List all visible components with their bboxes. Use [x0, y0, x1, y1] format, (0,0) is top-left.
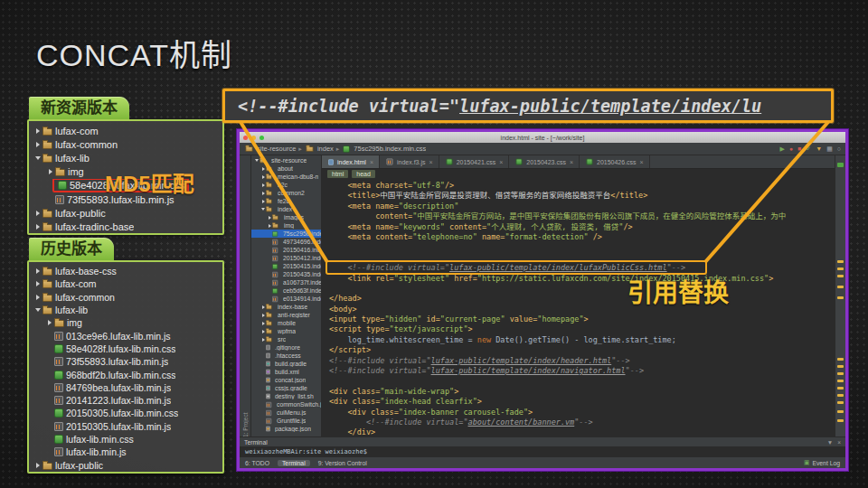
code-line[interactable]: <body> — [329, 305, 835, 314]
tree-item[interactable]: ceb5d63f.index.min.css — [251, 286, 321, 295]
tree-item[interactable]: 968bdf2b.lufax-lib.min.css — [29, 368, 222, 380]
tree-item[interactable]: fe2c — [251, 197, 321, 205]
chevron-down-icon[interactable] — [33, 156, 42, 160]
code-editor[interactable]: index.html×index.f3.js×20150421.css×2015… — [322, 155, 835, 437]
tree-item[interactable]: 75sc295b.index.min.css — [251, 230, 321, 238]
tree-item[interactable]: lufax-lib.min.js — [29, 446, 222, 458]
tree-item[interactable]: build.gradle — [251, 360, 321, 368]
tree-item[interactable]: 20150415.index.min.css — [251, 262, 321, 270]
statusbar-item[interactable]: Terminal — [278, 460, 310, 466]
tree-item[interactable]: anti-register — [251, 311, 321, 319]
editor-tab[interactable]: 20150421.css× — [439, 155, 510, 168]
tree-item[interactable]: images — [251, 213, 321, 221]
tree-item[interactable]: cssjs.gradle — [251, 384, 321, 392]
tree-item[interactable]: meican-dbu8-n — [251, 173, 321, 181]
tree-item[interactable]: index-base — [251, 303, 321, 311]
code-line[interactable]: <title>中国平安陆金所官网是投资理财、借贷等服务的首家网络投融资平台</t… — [329, 191, 835, 201]
tree-item[interactable]: 73f55893.lufax-lib.min.js — [29, 355, 222, 368]
code-line[interactable]: <meta charset="utf-8"/> — [329, 181, 835, 191]
code-line[interactable] — [329, 284, 835, 294]
editor-tab[interactable]: 20150423.css× — [509, 155, 580, 168]
tree-item[interactable]: 20141223.lufax-lib.min.js — [29, 394, 222, 407]
chevron-right-icon[interactable] — [33, 211, 42, 216]
chevron-right-icon[interactable] — [33, 463, 42, 468]
tree-item[interactable]: lufax-common — [29, 137, 222, 151]
chevron-right-icon[interactable] — [33, 142, 42, 147]
run-icon[interactable]: ▶ — [779, 145, 784, 153]
code-line[interactable]: <!--#include virtual="about/content/bann… — [329, 418, 835, 427]
tree-item[interactable]: .htaccess — [251, 352, 321, 360]
chevron-right-icon[interactable] — [33, 128, 42, 134]
tree-item[interactable]: lufax-lib.min.css — [29, 433, 222, 446]
chevron-right-icon[interactable] — [45, 320, 53, 325]
chevron-down-icon[interactable]: ▼ — [827, 439, 833, 446]
tree-item[interactable]: site-resource — [251, 156, 321, 164]
tree-item[interactable]: common2 — [251, 189, 321, 197]
tree-item[interactable]: e0134914.index.min.js — [251, 295, 321, 303]
tree-item[interactable]: 49734696.index.min.js — [251, 238, 321, 246]
tree-item[interactable]: 20150416.index.min.js — [251, 246, 321, 254]
tree-item[interactable]: img — [251, 221, 321, 230]
tree-item[interactable]: lufax-com — [29, 277, 222, 290]
structure-breadcrumb-chip[interactable]: html — [327, 170, 348, 178]
tree-item[interactable]: 84769bea.lufax-lib.min.js — [29, 381, 222, 394]
close-tab-icon[interactable]: × — [429, 159, 433, 165]
code-line[interactable]: <div class="index-banner carousel-fade"> — [329, 408, 835, 418]
close-tab-icon[interactable]: × — [570, 159, 573, 165]
project-tool-button[interactable]: 1: Project — [242, 161, 249, 437]
statusbar-item[interactable]: 6: TODO — [245, 460, 269, 466]
code-line[interactable]: <div class="main-wide-wrap"> — [329, 387, 835, 397]
check-icon[interactable]: ✓ — [806, 145, 811, 153]
tree-item[interactable]: lufax-com — [29, 124, 222, 137]
error-stripe[interactable] — [835, 155, 845, 437]
code-line[interactable]: <link rel="stylesheet" href="https://sta… — [329, 274, 835, 284]
tree-item[interactable]: destiny_list.sh — [251, 392, 321, 400]
tree-item[interactable]: lufax-public — [29, 206, 222, 220]
chevron-down-icon[interactable] — [33, 308, 42, 312]
tree-item[interactable]: lufax-lib — [29, 151, 222, 164]
event-log-button[interactable]: Event Log — [812, 460, 840, 466]
tree-item[interactable]: lufax-base-css — [29, 265, 222, 277]
chevron-right-icon[interactable] — [46, 169, 54, 174]
code-line[interactable]: <meta content="telephone=no" name="forma… — [329, 232, 835, 242]
tree-item[interactable]: about — [251, 164, 321, 173]
tree-item[interactable]: b2c — [251, 181, 321, 189]
stop-icon[interactable]: ■ — [797, 145, 801, 152]
chevron-right-icon[interactable] — [33, 224, 42, 230]
settings-icon[interactable]: ▦ — [826, 145, 833, 153]
breadcrumb-item[interactable]: index — [317, 145, 334, 153]
chevron-right-icon[interactable] — [33, 268, 42, 274]
chevron-right-icon[interactable] — [33, 295, 42, 300]
editor-tab[interactable]: index.html× — [322, 155, 380, 168]
breadcrumb-item[interactable]: site-resource — [257, 145, 296, 153]
tree-item[interactable]: lufax-common — [29, 291, 222, 304]
tree-item[interactable]: 20150305.lufax-lib.min.css — [29, 407, 222, 419]
filter-icon[interactable]: ▼ — [816, 145, 822, 152]
tree-item[interactable]: lufax-public — [29, 458, 222, 471]
statusbar-item[interactable]: 9: Version Control — [318, 460, 367, 466]
code-line[interactable]: <!--#include virtual="lufax-public/templ… — [329, 356, 835, 366]
code-line[interactable]: <div class="index-head clearfix"> — [329, 397, 835, 407]
tree-item[interactable]: a106737f.index.min.js — [251, 278, 321, 286]
code-line[interactable] — [329, 376, 835, 386]
tree-item[interactable]: img — [29, 316, 222, 329]
tree-item[interactable]: wpfma — [251, 327, 321, 335]
debug-icon[interactable]: ● — [789, 145, 793, 152]
chevron-right-icon[interactable] — [33, 281, 42, 286]
tree-item[interactable]: 20150412.index.min.js — [251, 254, 321, 262]
code-line[interactable]: <input type="hidden" id="current-page" v… — [329, 314, 835, 324]
breadcrumb-item[interactable]: 75sc295b.index.min.css — [354, 145, 426, 153]
close-tab-icon[interactable]: × — [640, 159, 644, 165]
code-line[interactable]: <script type="text/javascript"> — [329, 324, 835, 334]
tree-item[interactable]: Gruntfile.js — [251, 417, 321, 425]
close-tab-icon[interactable]: × — [370, 159, 373, 165]
tree-item[interactable]: 013ce9e6.lufax-lib.min.js — [29, 329, 222, 342]
tree-item[interactable]: lufax-tradinc-base — [29, 220, 222, 233]
tree-item[interactable]: concat.json — [251, 376, 321, 384]
tree-item[interactable]: mobile — [251, 319, 321, 327]
tree-item[interactable]: index — [251, 205, 321, 213]
structure-breadcrumb-chip[interactable]: head — [352, 170, 375, 178]
close-panel-icon[interactable]: × — [837, 439, 841, 446]
tree-item[interactable]: commonSwitch.js — [251, 400, 321, 408]
tree-item[interactable]: 58e4028f.lufax-lib.min.css — [29, 343, 222, 355]
